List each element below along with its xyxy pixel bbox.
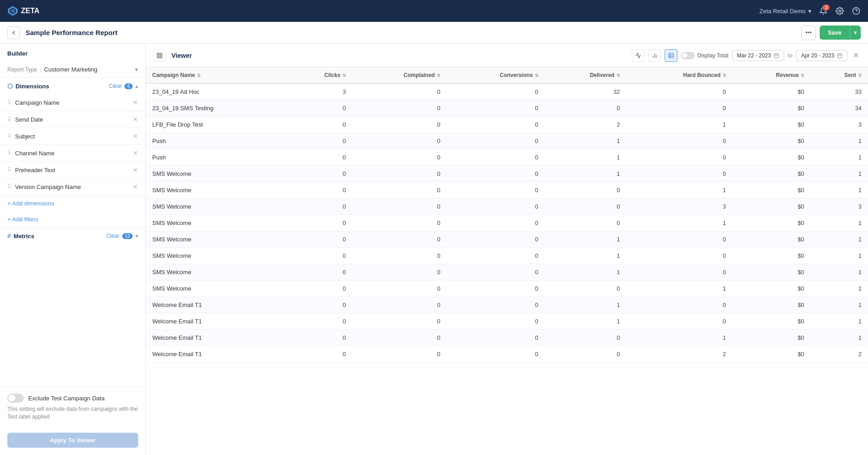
table-cell: 1 — [811, 330, 868, 346]
table-column-header[interactable]: Sent⇅ — [811, 67, 868, 83]
exclude-toggle-row: Exclude Test Campaign Data — [7, 394, 138, 403]
table-cell: 1 — [811, 248, 868, 264]
viewer-close-button[interactable]: ✕ — [851, 49, 861, 61]
apply-to-viewer-button[interactable]: Apply To Viewer — [7, 433, 138, 448]
table-row: SMS Welcome00010$01 — [146, 231, 868, 248]
settings-icon[interactable] — [835, 6, 844, 15]
remove-dimension-button[interactable]: ✕ — [133, 166, 138, 174]
table-row: Push00010$01 — [146, 133, 868, 149]
dimensions-collapse-button[interactable]: ▴ — [135, 83, 138, 89]
svg-rect-17 — [775, 54, 779, 58]
add-filters-button[interactable]: + Add filters — [0, 211, 145, 227]
table-cell: 0 — [545, 346, 626, 363]
drag-handle-icon[interactable]: ⠿ — [7, 133, 11, 139]
metrics-clear-button[interactable]: Clear — [106, 233, 119, 239]
calendar-icon — [774, 53, 779, 58]
date-from-picker[interactable]: Mar 22 - 2023 — [732, 50, 785, 61]
table-cell: 0 — [447, 215, 545, 231]
table-column-header[interactable]: Hard Bounced⇅ — [626, 67, 733, 83]
table-cell: 0 — [287, 215, 352, 231]
save-button[interactable]: Save — [820, 26, 850, 40]
table-cell: 0 — [545, 182, 626, 199]
remove-dimension-button[interactable]: ✕ — [133, 149, 138, 157]
table-cell: 0 — [447, 297, 545, 313]
table-cell: 0 — [287, 330, 352, 346]
drag-handle-icon[interactable]: ⠿ — [7, 184, 11, 190]
exclude-toggle[interactable] — [7, 394, 24, 403]
dimensions-title: ⬡ Dimensions — [7, 82, 49, 90]
remove-dimension-button[interactable]: ✕ — [133, 183, 138, 190]
chevron-down-icon: ▾ — [808, 8, 811, 15]
table-view-button[interactable] — [665, 49, 677, 62]
table-column-header[interactable]: Complained⇅ — [352, 67, 447, 83]
table-cell: 1 — [811, 166, 868, 182]
table-cell: 0 — [447, 346, 545, 363]
table-header-row: Campaign Name⇅Clicks⇅Complained⇅Conversi… — [146, 67, 868, 83]
dimensions-clear-button[interactable]: Clear — [109, 83, 122, 89]
back-button[interactable] — [7, 26, 20, 39]
add-dimensions-button[interactable]: + Add dimensions — [0, 195, 145, 211]
table-cell: 0 — [352, 215, 447, 231]
table-cell: 0 — [626, 100, 733, 117]
table-cell: 0 — [352, 149, 447, 166]
remove-dimension-button[interactable]: ✕ — [133, 99, 138, 106]
metrics-collapse-button[interactable]: ▾ — [135, 233, 138, 239]
save-button-group: Save ▾ — [820, 26, 861, 40]
dimension-item: ⠿ Channel Name ✕ — [0, 145, 145, 162]
sort-icon: ⇅ — [342, 73, 346, 78]
table-cell: $0 — [733, 297, 811, 313]
table-cell: 1 — [811, 297, 868, 313]
remove-dimension-button[interactable]: ✕ — [133, 133, 138, 140]
table-column-header[interactable]: Delivered⇅ — [545, 67, 626, 83]
viewer-grid-icon-button[interactable] — [153, 49, 166, 62]
table-cell: 0 — [352, 264, 447, 281]
table-row: 23_04_19 Ad Hoc300320$033 — [146, 83, 868, 100]
line-chart-button[interactable] — [632, 49, 645, 62]
table-cell: 0 — [287, 297, 352, 313]
table-cell: 1 — [545, 166, 626, 182]
help-icon[interactable] — [852, 6, 861, 15]
notifications-icon[interactable]: 3 — [819, 6, 828, 15]
table-row: SMS Welcome00001$01 — [146, 215, 868, 231]
table-cell: 1 — [545, 313, 626, 330]
data-table-wrapper[interactable]: Campaign Name⇅Clicks⇅Complained⇅Conversi… — [146, 67, 868, 455]
dimension-item: ⠿ Version Campaign Name ✕ — [0, 179, 145, 195]
remove-dimension-button[interactable]: ✕ — [133, 116, 138, 123]
drag-handle-icon[interactable]: ⠿ — [7, 150, 11, 156]
table-column-header[interactable]: Clicks⇅ — [287, 67, 352, 83]
date-to-picker[interactable]: Apr 20 - 2023 — [796, 50, 847, 61]
more-options-button[interactable]: ••• — [801, 26, 816, 40]
table-cell: 33 — [811, 83, 868, 100]
table-column-header[interactable]: Conversions⇅ — [447, 67, 545, 83]
svg-rect-13 — [668, 53, 673, 58]
table-cell: 0 — [447, 166, 545, 182]
demo-selector[interactable]: Zeta Retail Demo ▾ — [760, 8, 811, 15]
table-cell: 0 — [287, 248, 352, 264]
table-cell: 0 — [287, 313, 352, 330]
table-cell: 0 — [545, 100, 626, 117]
table-cell: 0 — [287, 231, 352, 248]
table-cell: $0 — [733, 248, 811, 264]
save-dropdown-button[interactable]: ▾ — [850, 26, 861, 40]
dimension-label: Campaign Name — [15, 99, 129, 106]
display-total-toggle-button[interactable] — [681, 52, 695, 59]
drag-handle-icon[interactable]: ⠿ — [7, 99, 11, 106]
table-column-header[interactable]: Revenue⇅ — [733, 67, 811, 83]
table-cell: 1 — [626, 117, 733, 133]
table-row: SMS Welcome00010$01 — [146, 248, 868, 264]
svg-rect-21 — [838, 54, 842, 58]
table-column-header[interactable]: Campaign Name⇅ — [146, 67, 287, 83]
bar-chart-button[interactable] — [648, 49, 661, 62]
drag-handle-icon[interactable]: ⠿ — [7, 116, 11, 123]
sort-icon: ⇅ — [616, 73, 620, 78]
table-cell: $0 — [733, 182, 811, 199]
table-cell: $0 — [733, 133, 811, 149]
table-cell: 0 — [352, 133, 447, 149]
main-layout: Builder Report Type | Customer Marketing… — [0, 44, 868, 455]
sort-icon: ⇅ — [858, 73, 862, 78]
table-cell: 0 — [447, 149, 545, 166]
drag-handle-icon[interactable]: ⠿ — [7, 167, 11, 173]
table-cell: 0 — [287, 117, 352, 133]
table-cell: Welcome Email T1 — [146, 330, 287, 346]
table-cell: 0 — [352, 297, 447, 313]
